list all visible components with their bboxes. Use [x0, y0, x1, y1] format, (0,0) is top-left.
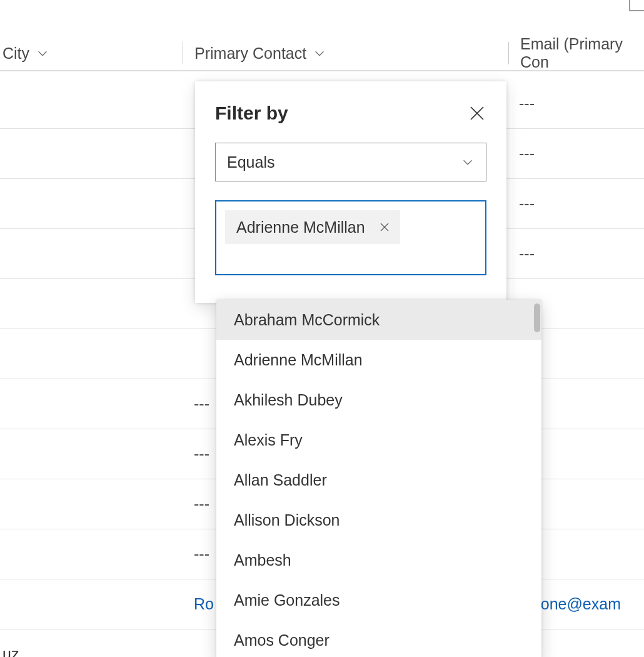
cell-email: --- [508, 245, 644, 263]
filter-suggestion-dropdown: Abraham McCormickAdrienne McMillanAkhile… [216, 300, 541, 657]
suggestion-item[interactable]: Alexis Fry [216, 420, 541, 460]
filter-value-input[interactable]: Adrienne McMillan [215, 200, 486, 275]
cell-email: --- [508, 94, 644, 113]
chevron-down-icon [461, 155, 475, 169]
column-header-city[interactable]: City [0, 42, 183, 64]
filter-panel: Filter by Equals Adrienne McMillan [195, 81, 506, 303]
filter-operator-select[interactable]: Equals [215, 143, 486, 181]
suggestion-item[interactable]: Amie Gonzales [216, 580, 541, 620]
column-header-primary-contact[interactable]: Primary Contact [183, 42, 508, 64]
cell-email: --- [508, 145, 644, 163]
column-header-row: City Primary Contact Email (Primary Con [0, 36, 644, 71]
scrollbar-thumb[interactable] [534, 303, 540, 332]
suggestion-item[interactable]: Adrienne McMillan [216, 340, 541, 380]
column-header-email[interactable]: Email (Primary Con [509, 42, 644, 64]
column-header-city-label: City [3, 44, 29, 63]
filter-operator-value: Equals [227, 153, 274, 171]
column-header-email-label: Email (Primary Con [520, 35, 634, 71]
chip-label: Adrienne McMillan [236, 218, 365, 237]
close-icon [468, 104, 486, 123]
filter-panel-title: Filter by [215, 103, 288, 124]
filter-suggestion-list: Abraham McCormickAdrienne McMillanAkhile… [216, 300, 541, 657]
suggestion-item[interactable]: Abraham McCormick [216, 300, 541, 340]
suggestion-item[interactable]: Allison Dickson [216, 500, 541, 540]
window-edge-fragment [629, 0, 644, 11]
chip-remove-button[interactable] [379, 218, 390, 237]
suggestion-item[interactable]: Ambesh [216, 540, 541, 580]
close-button[interactable] [468, 104, 486, 123]
close-icon [379, 222, 390, 233]
suggestion-item[interactable]: Akhilesh Dubey [216, 380, 541, 420]
suggestion-item[interactable]: Allan Saddler [216, 460, 541, 500]
filter-panel-header: Filter by [215, 103, 486, 124]
cell-city: uz [0, 645, 183, 657]
chevron-down-icon [313, 46, 326, 60]
cell-email: --- [508, 195, 644, 213]
filter-value-chip: Adrienne McMillan [225, 210, 400, 244]
suggestion-item[interactable]: Amos Conger [216, 620, 541, 657]
chevron-down-icon [36, 46, 49, 60]
column-header-contact-label: Primary Contact [194, 44, 306, 63]
